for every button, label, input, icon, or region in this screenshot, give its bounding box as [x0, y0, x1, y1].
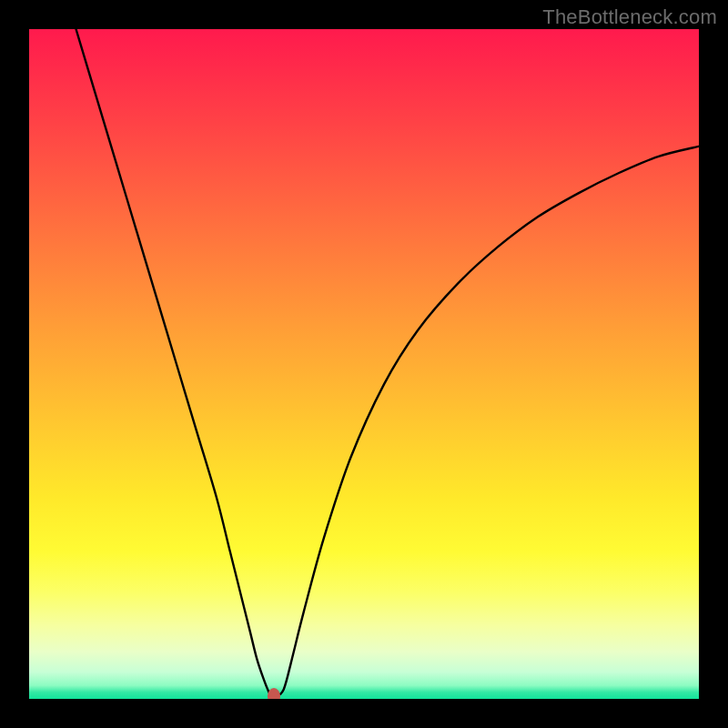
bottleneck-curve: [29, 29, 699, 699]
optimum-marker: [268, 688, 280, 699]
watermark-text: TheBottleneck.com: [542, 5, 717, 29]
chart-frame: TheBottleneck.com: [0, 0, 728, 728]
plot-area: [29, 29, 699, 699]
